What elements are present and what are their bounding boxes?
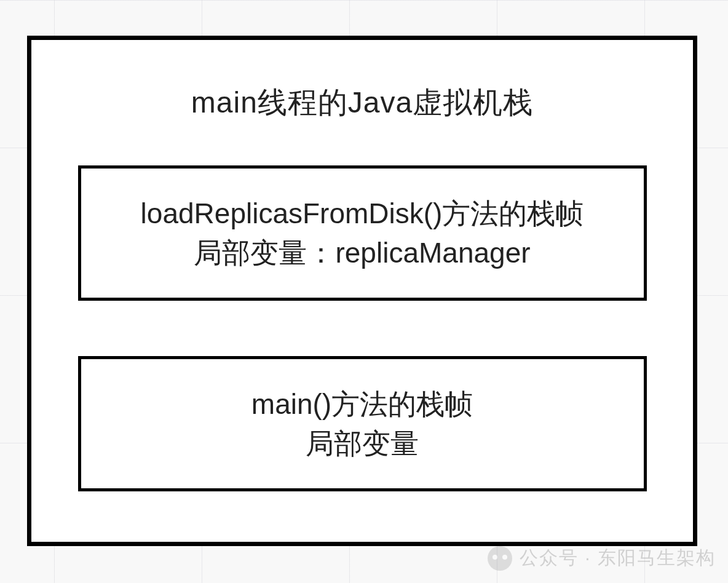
- frame-local-var-label: 局部变量: [306, 424, 419, 463]
- watermark: 公众号 · 东阳马生架构: [488, 545, 716, 571]
- frame-local-var-label: 局部变量：replicaManager: [194, 233, 530, 272]
- watermark-text: 公众号 · 东阳马生架构: [520, 545, 716, 571]
- wechat-icon: [488, 546, 512, 571]
- frame-method-label: loadReplicasFromDisk()方法的栈帧: [141, 194, 584, 233]
- stack-frame-bottom: main()方法的栈帧 局部变量: [78, 356, 647, 491]
- frame-method-label: main()方法的栈帧: [251, 384, 473, 424]
- stack-title: main线程的Java虚拟机栈: [191, 83, 533, 122]
- jvm-stack-container: main线程的Java虚拟机栈 loadReplicasFromDisk()方法…: [27, 36, 697, 546]
- stack-frame-top: loadReplicasFromDisk()方法的栈帧 局部变量：replica…: [78, 165, 647, 301]
